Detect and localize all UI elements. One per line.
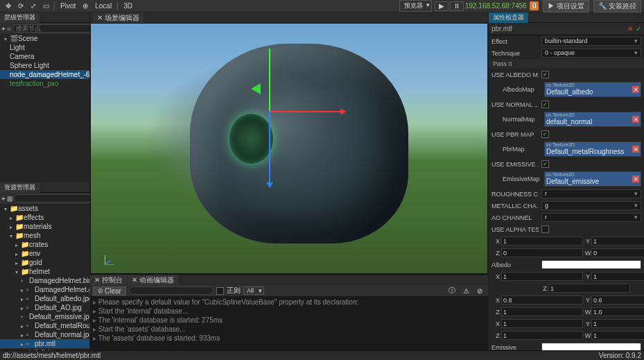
preview-dropdown[interactable]: 预览器 xyxy=(399,0,432,12)
vec-w[interactable] xyxy=(591,248,644,257)
scene-viewport[interactable] xyxy=(90,23,488,274)
mode-3d[interactable]: 3D xyxy=(121,2,135,10)
map-checkbox[interactable] xyxy=(541,71,549,78)
vec-z[interactable] xyxy=(548,284,630,293)
channel-select[interactable]: r xyxy=(541,189,641,198)
filter-dropdown[interactable]: All xyxy=(243,286,264,295)
inspector-tab[interactable]: 属性检查器 xyxy=(489,12,528,23)
apply-icon[interactable]: ✓ xyxy=(636,25,641,33)
texture-slot[interactable]: cc.Texture2DDefault_emissive✕ xyxy=(544,171,641,187)
revert-icon[interactable]: ✕ xyxy=(627,25,633,33)
albedo-color[interactable] xyxy=(541,260,641,269)
alphatest-checkbox[interactable] xyxy=(541,225,549,233)
error-icon[interactable]: ⊘ xyxy=(474,286,485,295)
tree-item[interactable]: Light xyxy=(0,43,89,52)
file-pbr-mtl[interactable]: ▸▫pbr.mtl xyxy=(0,339,89,348)
texture-slot[interactable]: cc.Texture2DDefault_metalRoughness✕ xyxy=(544,142,641,157)
file-item[interactable]: ▸▫Default_normal.jpg xyxy=(0,330,89,339)
warn-icon[interactable]: ⚠ xyxy=(460,286,471,295)
scene-root[interactable]: ▾🎬Scene xyxy=(0,34,89,43)
file-item[interactable]: ▫DamagedHelmet.bin xyxy=(0,276,89,285)
scene-tab[interactable]: ✕ 场景编辑器 xyxy=(93,12,143,24)
folder-item[interactable]: ▸📁materials xyxy=(0,222,89,231)
helmet-visor xyxy=(229,114,273,164)
file-item[interactable]: ▫Default_emissive.jpg xyxy=(0,312,89,321)
file-item[interactable]: ▸▫DamagedHelmet.gltf xyxy=(0,285,89,294)
animation-tab[interactable]: ✕ 动画编辑器 xyxy=(128,275,178,286)
asset-title: pbr.mtl xyxy=(491,25,627,33)
pivot-toggle[interactable]: Pivot xyxy=(58,2,78,10)
tree-item[interactable]: Camera xyxy=(0,52,89,61)
tree-item[interactable]: testfraction_pxo xyxy=(0,79,89,88)
vec-z[interactable] xyxy=(501,331,583,340)
refresh-tool[interactable]: ⟳ xyxy=(15,1,26,11)
technique-select[interactable]: 0 - opaque xyxy=(541,49,641,58)
console-tab[interactable]: ✕ 控制台 xyxy=(90,275,127,286)
clear-button[interactable]: ⊘ Clear xyxy=(93,286,126,295)
folder-item[interactable]: ▸📁crates xyxy=(0,240,89,249)
folder-item[interactable]: ▸📁env xyxy=(0,249,89,258)
texture-slot[interactable]: cc.Texture2DDefault_albedo✕ xyxy=(544,82,641,97)
vec-y[interactable] xyxy=(591,272,644,281)
map-checkbox[interactable] xyxy=(541,101,549,108)
sort-button[interactable]: ⊞ xyxy=(7,194,12,203)
effect-select[interactable]: builtin-standard xyxy=(541,37,641,46)
rect-tool[interactable]: ▭ xyxy=(40,1,51,11)
local-toggle[interactable]: Local xyxy=(92,2,114,10)
emissive-color[interactable] xyxy=(541,343,641,350)
remove-texture-icon[interactable]: ✕ xyxy=(632,175,639,182)
left-panels: 层级管理器 + ○ ▾🎬Scene Light Camera Sphere Li… xyxy=(0,12,90,350)
folder-item[interactable]: ▸📁gold xyxy=(0,258,89,267)
map-checkbox[interactable] xyxy=(541,160,549,168)
channel-select[interactable]: g xyxy=(541,201,641,210)
vec-w[interactable] xyxy=(591,307,644,316)
console-search[interactable] xyxy=(129,286,214,295)
vec-x[interactable] xyxy=(501,237,583,246)
build-button[interactable]: 🔧 安装路径 xyxy=(593,0,641,12)
folder-item[interactable]: ▸📁effects xyxy=(0,213,89,222)
gizmo-y-axis[interactable] xyxy=(269,49,270,111)
assets-search[interactable] xyxy=(14,194,98,203)
remove-texture-icon[interactable]: ✕ xyxy=(632,146,639,153)
remove-texture-icon[interactable]: ✕ xyxy=(632,116,639,123)
expand-all-button[interactable]: ○ xyxy=(7,24,11,33)
axis-indicator xyxy=(96,247,117,268)
vec-y[interactable] xyxy=(591,237,644,246)
gizmo-x-axis[interactable] xyxy=(269,111,345,112)
pass0-header[interactable]: Pass 0 xyxy=(489,59,644,69)
tree-item-selected[interactable]: node_damagedHelmet_-6514 xyxy=(0,70,89,79)
vec-x[interactable] xyxy=(501,319,583,328)
move-tool[interactable]: ✥ xyxy=(3,1,14,11)
assets-tab[interactable]: 资源管理器 xyxy=(0,182,40,193)
file-item[interactable]: ▸▫Default_AO.jpg xyxy=(0,303,89,312)
vec-z[interactable] xyxy=(501,248,583,257)
tree-item[interactable]: Sphere Light xyxy=(0,61,89,70)
regex-checkbox[interactable] xyxy=(216,287,224,295)
vec-y[interactable] xyxy=(591,319,644,328)
project-settings-button[interactable]: ▶ 项目设置 xyxy=(543,0,589,12)
channel-select[interactable]: r xyxy=(541,213,641,222)
hierarchy-tab[interactable]: 层级管理器 xyxy=(0,12,40,23)
hierarchy-search[interactable] xyxy=(12,24,97,33)
pause-button[interactable]: ⏸ xyxy=(450,1,464,11)
folder-helmet[interactable]: ▾📁helmet xyxy=(0,267,89,276)
transform-gizmo[interactable] xyxy=(269,111,270,112)
add-asset-button[interactable]: + xyxy=(1,194,6,203)
remove-texture-icon[interactable]: ✕ xyxy=(632,86,639,93)
file-item[interactable]: ▸▫Default_albedo.jpg xyxy=(0,294,89,303)
scale-tool[interactable]: ⤢ xyxy=(28,1,39,11)
vec-x[interactable] xyxy=(501,295,583,305)
map-checkbox[interactable] xyxy=(541,130,549,138)
vec-y[interactable] xyxy=(591,295,644,305)
texture-slot[interactable]: cc.Texture2Ddefault_normal✕ xyxy=(544,112,641,127)
vec-z[interactable] xyxy=(501,307,583,316)
file-item[interactable]: ▸▫Default_metalRoughness.jp xyxy=(0,321,89,330)
info-icon[interactable]: ⓘ xyxy=(446,286,458,295)
assets-root[interactable]: ▾📁assets xyxy=(0,204,89,213)
add-node-button[interactable]: + xyxy=(1,24,6,33)
play-button[interactable]: ▶ xyxy=(435,1,449,11)
vec-w[interactable] xyxy=(591,331,644,340)
vec-x[interactable] xyxy=(501,272,583,281)
gizmo-z-axis[interactable] xyxy=(269,111,270,187)
folder-item[interactable]: ▾📁mesh xyxy=(0,231,89,240)
